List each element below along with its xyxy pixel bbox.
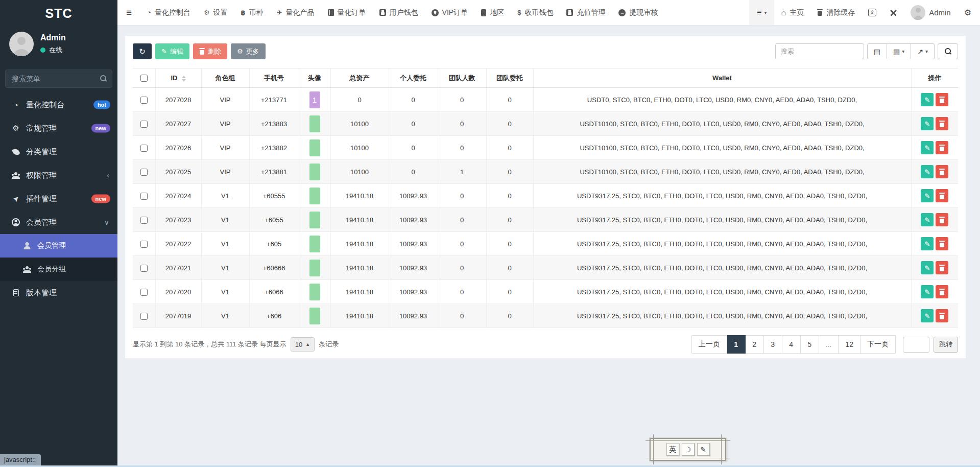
member-avatar[interactable] [309, 188, 320, 204]
sidebar-item-quant-console[interactable]: ◔量化控制台hot [0, 93, 117, 116]
edit-row-button[interactable]: ✎ [921, 117, 934, 130]
row-checkbox[interactable] [140, 121, 148, 128]
edit-button[interactable]: ✎ 编辑 [155, 43, 189, 59]
nav-item-coin-wallet[interactable]: $收币钱包 [511, 0, 560, 25]
nav-user-menu[interactable]: Admin [904, 0, 958, 25]
delete-row-button[interactable] [936, 93, 948, 106]
delete-row-button[interactable] [936, 261, 948, 274]
sidebar-item-member-manage[interactable]: 会员管理 [0, 234, 117, 258]
edit-row-button[interactable]: ✎ [921, 165, 934, 178]
row-checkbox[interactable] [140, 265, 148, 272]
ime-handwriting-key[interactable]: ✎ [697, 443, 710, 456]
member-avatar[interactable] [309, 284, 320, 300]
table-search-input[interactable] [775, 43, 864, 59]
delete-row-button[interactable] [936, 189, 948, 202]
nav-item-quant-order[interactable]: 量化订单 [321, 0, 373, 25]
delete-row-button[interactable] [936, 141, 948, 154]
column-header-role: 角色组 [201, 68, 249, 88]
sidebar-item-plugin-manage[interactable]: ➤插件管理new [0, 187, 117, 211]
page-button-1[interactable]: 1 [727, 335, 746, 354]
sidebar-search-input[interactable] [5, 69, 112, 88]
sidebar-item-general-manage[interactable]: ⚙常规管理new [0, 116, 117, 140]
nav-item-clear-cache[interactable]: 清除缓存 [810, 0, 862, 25]
refresh-button[interactable]: ↻ [133, 43, 152, 59]
nav-item-settings[interactable]: ⚙设置 [197, 0, 234, 25]
page-size-dropdown[interactable]: 10 ▲ [291, 337, 315, 352]
page-button-3[interactable]: 3 [764, 335, 782, 354]
edit-row-button[interactable]: ✎ [921, 93, 934, 106]
sidebar-item-version-manage[interactable]: 版本管理 [0, 281, 117, 305]
pencil-icon: ✎ [924, 144, 930, 152]
ime-language-key[interactable]: 英 [666, 443, 679, 456]
nav-item-user-wallet[interactable]: 用户钱包 [373, 0, 425, 25]
page-button-12[interactable]: 12 [839, 335, 861, 354]
more-button[interactable]: ⚙ 更多 [231, 43, 266, 59]
member-avatar[interactable] [309, 139, 320, 156]
sidebar-item-auth-manage[interactable]: 权限管理‹ [0, 164, 117, 187]
nav-item-quant-console[interactable]: ◔量化控制台 [140, 0, 197, 25]
edit-row-button[interactable]: ✎ [921, 285, 934, 298]
cell-id: 2077024 [155, 184, 201, 208]
row-checkbox[interactable] [140, 145, 148, 152]
member-avatar[interactable] [309, 115, 320, 132]
delete-row-button[interactable] [936, 309, 948, 322]
page-button-2[interactable]: 2 [746, 335, 764, 354]
row-checkbox[interactable] [140, 289, 148, 296]
prev-page-button[interactable]: 上一页 [691, 335, 727, 354]
row-checkbox[interactable] [140, 97, 148, 104]
delete-row-button[interactable] [936, 213, 948, 226]
nav-item-withdraw-audit[interactable]: 提现审核 [612, 0, 664, 25]
sidebar-item-member-grouping[interactable]: 会员分组 [0, 258, 117, 281]
next-page-button[interactable]: 下一页 [861, 335, 896, 354]
hamburger-menu-icon[interactable]: ≡ [117, 0, 140, 25]
page-button-5[interactable]: 5 [801, 335, 819, 354]
member-avatar[interactable] [309, 212, 320, 228]
export-button[interactable]: ↗ ▾ [911, 43, 935, 59]
member-avatar[interactable]: 1 [309, 91, 320, 108]
avatar[interactable] [9, 32, 34, 56]
member-avatar[interactable] [309, 308, 320, 324]
row-checkbox[interactable] [140, 313, 148, 320]
edit-row-button[interactable]: ✎ [921, 237, 934, 250]
columns-button[interactable]: ▦ ▾ [887, 43, 911, 59]
edit-row-button[interactable]: ✎ [921, 261, 934, 274]
nav-item-home[interactable]: ⌂ 主页 [774, 0, 810, 25]
page-button-4[interactable]: 4 [782, 335, 801, 354]
row-checkbox[interactable] [140, 169, 148, 176]
delete-row-button[interactable] [936, 117, 948, 130]
settings-gears-button[interactable]: ⚙ [958, 0, 980, 25]
row-checkbox[interactable] [140, 217, 148, 224]
delete-row-button[interactable] [936, 285, 948, 298]
fullscreen-button[interactable] [883, 0, 904, 25]
nav-item-currency[interactable]: ฿币种 [234, 0, 270, 25]
select-all-checkbox[interactable] [140, 75, 148, 82]
nav-item-quant-product[interactable]: ✈量化产品 [270, 0, 321, 25]
language-button[interactable] [862, 0, 883, 25]
ime-halfwidth-key[interactable]: ☽ [682, 443, 695, 456]
delete-row-button[interactable] [936, 237, 948, 250]
member-avatar[interactable] [309, 236, 320, 252]
nav-item-region[interactable]: 地区 [474, 0, 511, 25]
delete-button[interactable]: 删除 [193, 43, 227, 59]
edit-row-button[interactable]: ✎ [921, 141, 934, 154]
page-ellipsis[interactable]: ... [819, 335, 839, 354]
row-checkbox[interactable] [140, 241, 148, 248]
member-avatar[interactable] [309, 164, 320, 180]
sidebar-item-category-manage[interactable]: 分类管理 [0, 140, 117, 164]
nav-list-dropdown[interactable]: ≡ ▾ [749, 0, 774, 25]
detail-view-button[interactable]: ▤ [867, 43, 887, 59]
row-checkbox[interactable] [140, 193, 148, 200]
jump-page-input[interactable] [903, 337, 929, 353]
column-header-id[interactable]: ID [155, 68, 201, 88]
sidebar-item-member-manage-group[interactable]: 会员管理∨ [0, 211, 117, 234]
search-button[interactable] [938, 43, 958, 59]
member-avatar[interactable] [309, 260, 320, 276]
edit-row-button[interactable]: ✎ [921, 189, 934, 202]
nav-item-recharge-manage[interactable]: 充值管理 [560, 0, 612, 25]
edit-row-button[interactable]: ✎ [921, 309, 934, 322]
delete-row-button[interactable] [936, 165, 948, 178]
edit-row-button[interactable]: ✎ [921, 213, 934, 226]
nav-item-vip-order[interactable]: VIP订单 [425, 0, 475, 25]
cell-id: 2077020 [155, 280, 201, 304]
jump-button[interactable]: 跳转 [934, 337, 958, 353]
